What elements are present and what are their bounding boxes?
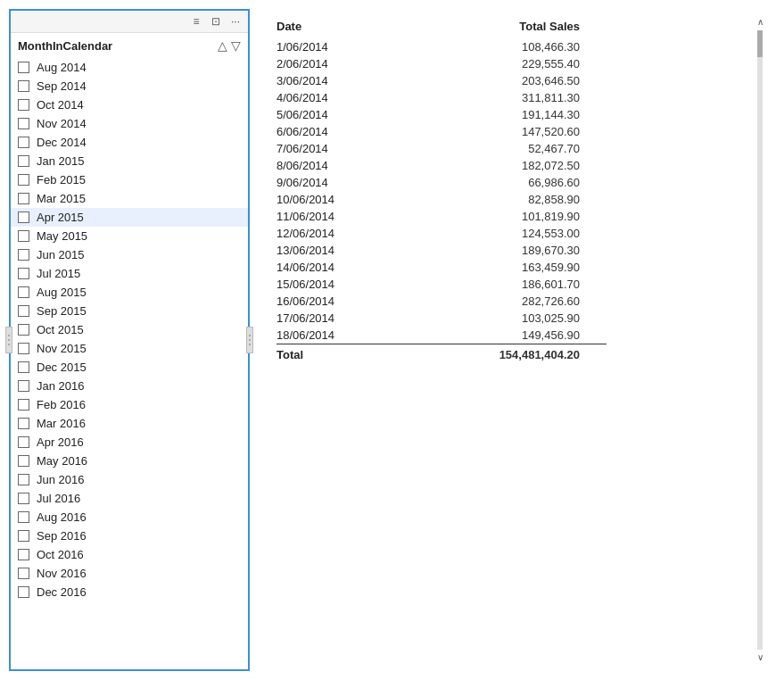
filter-list-item[interactable]: May 2015 — [11, 227, 248, 245]
filter-list-item[interactable]: Jul 2016 — [11, 489, 248, 508]
filter-item-label: Dec 2016 — [37, 585, 87, 599]
sort-asc-icon[interactable]: △ — [218, 38, 227, 53]
filter-list-item[interactable]: Sep 2015 — [11, 302, 248, 320]
hamburger-icon[interactable]: ≡ — [189, 14, 203, 29]
sales-cell: 66,986.60 — [413, 174, 607, 191]
filter-list-item[interactable]: Mar 2016 — [11, 414, 248, 433]
filter-item-label: Mar 2015 — [37, 192, 86, 205]
filter-checkbox[interactable] — [18, 230, 29, 242]
filter-checkbox[interactable] — [18, 137, 29, 148]
total-label: Total — [276, 344, 413, 364]
date-cell: 17/06/2014 — [276, 310, 413, 327]
filter-item-label: Apr 2016 — [37, 435, 84, 449]
filter-list-item[interactable]: Apr 2016 — [11, 433, 248, 452]
scroll-up-arrow[interactable]: ∧ — [757, 18, 763, 27]
filter-checkbox[interactable] — [18, 530, 29, 542]
filter-checkbox[interactable] — [18, 343, 29, 354]
filter-checkbox[interactable] — [18, 455, 29, 467]
filter-list-item[interactable]: Dec 2015 — [11, 358, 248, 377]
filter-checkbox[interactable] — [18, 493, 29, 504]
filter-checkbox[interactable] — [18, 305, 29, 317]
scroll-down-arrow[interactable]: ∨ — [757, 653, 763, 662]
filter-list-item[interactable]: Feb 2015 — [11, 170, 248, 189]
sales-cell: 229,555.40 — [413, 55, 607, 72]
scroll-indicator: ∧ ∨ — [754, 18, 766, 662]
filter-checkbox[interactable] — [18, 174, 29, 186]
filter-list-item[interactable]: Jun 2015 — [11, 245, 248, 264]
table-row: 7/06/201452,467.70 — [276, 140, 607, 157]
expand-icon[interactable]: ⊡ — [209, 14, 223, 29]
filter-list-item[interactable]: Mar 2015 — [11, 189, 248, 208]
date-cell: 3/06/2014 — [276, 72, 413, 89]
filter-list-item[interactable]: Jun 2016 — [11, 470, 248, 489]
filter-checkbox[interactable] — [18, 474, 29, 485]
filter-item-label: Feb 2016 — [37, 398, 86, 411]
table-row: 13/06/2014189,670.30 — [276, 242, 607, 259]
sales-cell: 108,466.30 — [413, 38, 607, 55]
more-icon[interactable]: ··· — [228, 14, 243, 29]
filter-checkbox[interactable] — [18, 155, 29, 167]
filter-checkbox[interactable] — [18, 211, 29, 223]
filter-list-item[interactable]: Feb 2016 — [11, 395, 248, 414]
filter-list-item[interactable]: Jan 2015 — [11, 152, 248, 170]
filter-item-label: Jul 2015 — [37, 267, 80, 280]
filter-checkbox[interactable] — [18, 399, 29, 410]
filter-checkbox[interactable] — [18, 549, 29, 560]
filter-list-item[interactable]: Apr 2015 — [11, 208, 248, 227]
filter-checkbox[interactable] — [18, 324, 29, 336]
filter-checkbox[interactable] — [18, 268, 29, 279]
filter-checkbox[interactable] — [18, 118, 29, 129]
resize-handle-left[interactable] — [5, 327, 12, 353]
filter-checkbox[interactable] — [18, 511, 29, 523]
filter-list-item[interactable]: Oct 2014 — [11, 95, 248, 114]
sales-cell: 124,553.00 — [413, 225, 607, 242]
filter-list-item[interactable]: Nov 2015 — [11, 339, 248, 358]
scroll-track[interactable] — [757, 30, 763, 650]
filter-list-item[interactable]: May 2016 — [11, 452, 248, 470]
filter-checkbox[interactable] — [18, 568, 29, 579]
resize-handle-right[interactable] — [246, 327, 253, 353]
filter-list-item[interactable]: Jul 2015 — [11, 264, 248, 283]
filter-item-label: Oct 2014 — [37, 98, 84, 112]
filter-list-item[interactable]: Sep 2016 — [11, 527, 248, 545]
filter-checkbox[interactable] — [18, 586, 29, 598]
filter-item-label: Aug 2016 — [37, 510, 87, 524]
filter-checkbox[interactable] — [18, 286, 29, 298]
date-cell: 18/06/2014 — [276, 327, 413, 344]
date-cell: 11/06/2014 — [276, 208, 413, 225]
filter-list-item[interactable]: Jan 2016 — [11, 377, 248, 395]
filter-list-item[interactable]: Oct 2015 — [11, 320, 248, 339]
filter-list-item[interactable]: Nov 2014 — [11, 114, 248, 133]
filter-item-label: Aug 2014 — [37, 61, 87, 74]
filter-list[interactable]: Aug 2014Sep 2014Oct 2014Nov 2014Dec 2014… — [11, 56, 248, 669]
filter-list-item[interactable]: Aug 2014 — [11, 58, 248, 77]
sales-cell: 149,456.90 — [413, 327, 607, 344]
filter-list-item[interactable]: Dec 2014 — [11, 133, 248, 152]
filter-item-label: Sep 2015 — [37, 304, 87, 318]
filter-checkbox[interactable] — [18, 99, 29, 111]
filter-list-item[interactable]: Aug 2015 — [11, 283, 248, 302]
sales-cell: 163,459.90 — [413, 259, 607, 276]
filter-list-item[interactable]: Sep 2014 — [11, 77, 248, 95]
filter-item-label: Nov 2015 — [37, 342, 87, 355]
filter-checkbox[interactable] — [18, 361, 29, 373]
filter-list-item[interactable]: Dec 2016 — [11, 583, 248, 601]
filter-item-label: May 2015 — [37, 229, 87, 243]
date-cell: 14/06/2014 — [276, 259, 413, 276]
filter-panel-header: ≡ ⊡ ··· — [11, 11, 248, 33]
sort-desc-icon[interactable]: ▽ — [231, 38, 241, 53]
filter-item-label: Sep 2014 — [37, 79, 87, 93]
filter-list-item[interactable]: Oct 2016 — [11, 545, 248, 564]
filter-list-item[interactable]: Aug 2016 — [11, 508, 248, 527]
filter-checkbox[interactable] — [18, 418, 29, 429]
filter-checkbox[interactable] — [18, 62, 29, 73]
table-row: 16/06/2014282,726.60 — [276, 293, 607, 310]
filter-list-item[interactable]: Nov 2016 — [11, 564, 248, 583]
filter-checkbox[interactable] — [18, 380, 29, 392]
filter-checkbox[interactable] — [18, 436, 29, 448]
filter-checkbox[interactable] — [18, 80, 29, 92]
filter-checkbox[interactable] — [18, 193, 29, 204]
filter-item-label: Dec 2015 — [37, 361, 87, 374]
sales-cell: 101,819.90 — [413, 208, 607, 225]
filter-checkbox[interactable] — [18, 249, 29, 261]
